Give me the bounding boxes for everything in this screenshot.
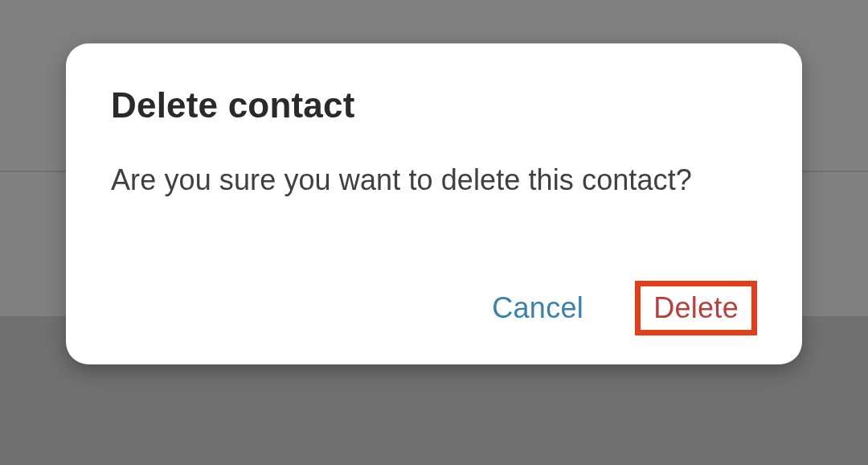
dialog-title: Delete contact xyxy=(111,85,757,126)
dialog-message: Are you sure you want to delete this con… xyxy=(111,161,757,200)
cancel-button[interactable]: Cancel xyxy=(479,283,596,333)
delete-button[interactable]: Delete xyxy=(635,281,757,335)
delete-contact-dialog: Delete contact Are you sure you want to … xyxy=(66,43,802,364)
dialog-actions: Cancel Delete xyxy=(111,281,757,335)
